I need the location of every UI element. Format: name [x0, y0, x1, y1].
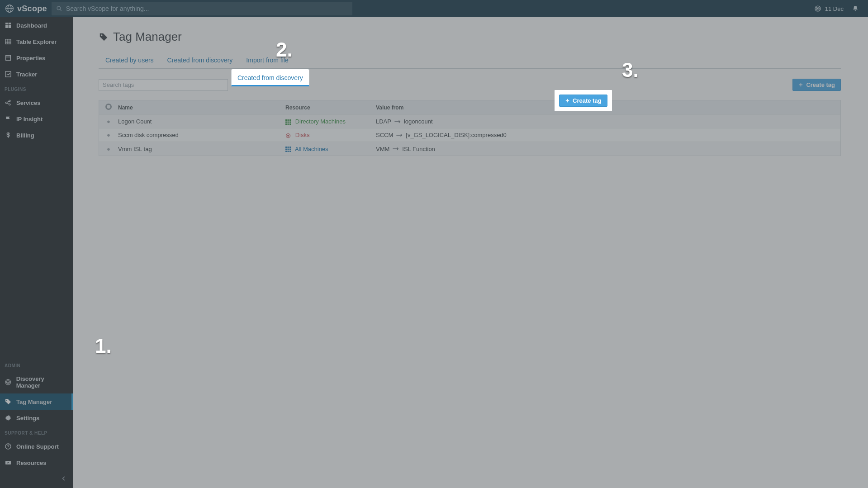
- sidebar-item-label: Properties: [16, 55, 45, 62]
- tab-created-from-discovery[interactable]: Created from discovery: [161, 52, 240, 69]
- date-indicator[interactable]: 11 Dec: [814, 5, 844, 12]
- row-resource[interactable]: Disks: [285, 129, 376, 141]
- svg-point-5: [817, 8, 818, 9]
- tag-table: Name Resource Value from ● Logon Count D…: [99, 100, 841, 156]
- app-name: vScope: [17, 4, 47, 14]
- row-bullet: ●: [99, 115, 118, 128]
- properties-icon: [5, 54, 12, 62]
- svg-point-34: [288, 135, 289, 136]
- video-icon: [5, 459, 12, 466]
- sidebar-item-properties[interactable]: Properties: [0, 50, 73, 66]
- plus-icon: [798, 82, 803, 87]
- sidebar-item-label: Online Support: [16, 443, 59, 450]
- svg-point-23: [101, 34, 102, 36]
- row-value: SCCM [v_GS_LOGICAL_DISK]:compressed0: [376, 129, 840, 141]
- sidebar: Dashboard Table Explorer Properties Trac…: [0, 17, 73, 488]
- chart-icon: [5, 71, 12, 78]
- target-icon: [814, 5, 821, 12]
- tab-import-from-file[interactable]: Import from file: [239, 52, 295, 69]
- svg-rect-43: [289, 151, 291, 152]
- table-row[interactable]: ● Vmm ISL tag All Machines VMM ISL Funct…: [99, 142, 840, 156]
- sidebar-item-label: Billing: [16, 132, 34, 139]
- sidebar-item-table-explorer[interactable]: Table Explorer: [0, 33, 73, 50]
- svg-rect-25: [288, 119, 289, 121]
- globe-icon: [5, 4, 14, 14]
- bell-icon[interactable]: [852, 5, 859, 12]
- row-name: Sccm disk compressed: [118, 129, 285, 141]
- create-tag-label: Create tag: [806, 81, 835, 88]
- table-row[interactable]: ● Sccm disk compressed Disks SCCM [v_GS_…: [99, 128, 840, 142]
- row-value: VMM ISL Function: [376, 143, 840, 155]
- sidebar-item-ip-insight[interactable]: IP Insight: [0, 111, 73, 127]
- sidebar-item-online-support[interactable]: Online Support: [0, 438, 73, 455]
- highlight-tab-created-from-discovery[interactable]: Created from discovery: [231, 69, 309, 86]
- sidebar-collapse[interactable]: [54, 471, 73, 488]
- svg-rect-29: [289, 121, 291, 123]
- sidebar-item-settings[interactable]: Settings: [0, 410, 73, 426]
- svg-rect-37: [289, 147, 291, 148]
- sidebar-item-label: Settings: [16, 415, 39, 422]
- svg-rect-26: [289, 119, 291, 121]
- svg-rect-10: [5, 39, 11, 44]
- search-tags-input[interactable]: [99, 79, 228, 91]
- search-icon: [56, 5, 62, 12]
- header-name[interactable]: Name: [118, 101, 285, 114]
- tab-created-by-users[interactable]: Created by users: [99, 52, 161, 69]
- svg-rect-9: [9, 25, 11, 28]
- svg-rect-41: [285, 151, 287, 152]
- row-resource[interactable]: Directory Machines: [285, 115, 376, 128]
- grid-icon: [285, 119, 291, 125]
- sidebar-item-label: Services: [16, 99, 41, 106]
- svg-rect-7: [9, 23, 11, 24]
- create-tag-button[interactable]: Create tag: [792, 79, 841, 91]
- svg-rect-38: [285, 149, 287, 150]
- table-row[interactable]: ● Logon Count Directory Machines LDAP lo…: [99, 115, 840, 128]
- dollar-icon: [5, 132, 12, 139]
- create-tag-button[interactable]: Create tag: [559, 95, 607, 107]
- row-name: Logon Count: [118, 115, 285, 128]
- svg-rect-36: [288, 147, 289, 148]
- svg-point-2: [57, 6, 61, 10]
- target-icon: [5, 379, 12, 386]
- topbar-right: 11 Dec: [814, 5, 868, 12]
- flag-icon: [5, 115, 12, 123]
- sidebar-item-label: Resources: [16, 460, 46, 466]
- sidebar-item-tag-manager[interactable]: Tag Manager: [0, 393, 73, 410]
- global-search-input[interactable]: [66, 5, 348, 12]
- date-text: 11 Dec: [825, 5, 844, 12]
- plus-icon: [565, 98, 570, 103]
- main: Tag Manager Created by users Created fro…: [73, 17, 868, 488]
- tag-gear-icon: [5, 398, 12, 405]
- svg-rect-30: [285, 123, 287, 125]
- sidebar-item-dashboard[interactable]: Dashboard: [0, 17, 73, 33]
- header-select[interactable]: [99, 100, 118, 114]
- toolbar: Create tag: [99, 79, 841, 91]
- tabs: Created by users Created from discovery …: [99, 51, 841, 69]
- sidebar-section-support: SUPPORT & HELP: [0, 426, 73, 438]
- sidebar-item-discovery-manager[interactable]: Discovery Manager: [0, 371, 73, 393]
- header-resource[interactable]: Resource: [285, 101, 376, 114]
- app-logo[interactable]: vScope: [0, 4, 52, 14]
- svg-rect-32: [289, 123, 291, 125]
- sidebar-item-tracker[interactable]: Tracker: [0, 66, 73, 82]
- table-icon: [5, 38, 12, 45]
- row-bullet: ●: [99, 129, 118, 141]
- svg-rect-39: [288, 149, 289, 150]
- svg-rect-40: [289, 149, 291, 150]
- sidebar-item-services[interactable]: Services: [0, 95, 73, 111]
- page-title-text: Tag Manager: [113, 30, 182, 44]
- share-icon: [5, 99, 12, 106]
- svg-point-19: [6, 400, 7, 401]
- svg-rect-24: [285, 119, 287, 121]
- page-title: Tag Manager: [99, 30, 841, 44]
- sidebar-item-label: Dashboard: [16, 22, 47, 29]
- global-search[interactable]: [52, 2, 352, 15]
- sidebar-item-label: Table Explorer: [16, 38, 57, 45]
- gear-icon: [5, 414, 12, 422]
- sidebar-item-label: IP Insight: [16, 116, 43, 123]
- sidebar-item-billing[interactable]: Billing: [0, 127, 73, 143]
- tag-gear-icon: [99, 32, 109, 42]
- sidebar-item-resources[interactable]: Resources: [0, 455, 73, 471]
- row-resource[interactable]: All Machines: [285, 143, 376, 155]
- arrow-right-icon: [394, 119, 401, 124]
